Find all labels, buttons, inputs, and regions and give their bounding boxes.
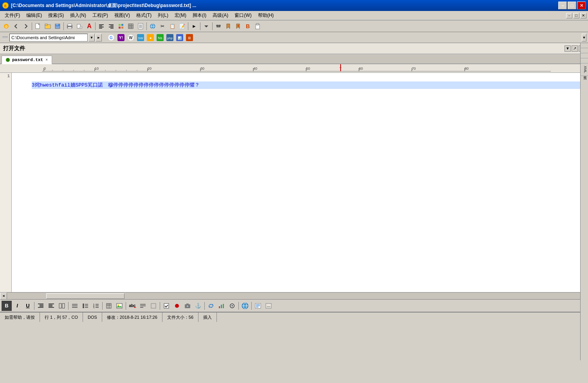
font-button[interactable]: A: [85, 22, 94, 31]
menu-item-format[interactable]: 格式(T): [133, 11, 155, 20]
paste-button[interactable]: 📝: [177, 22, 187, 31]
menu-minimize-btn[interactable]: －: [566, 13, 572, 18]
tool1-button[interactable]: SW: [136, 33, 145, 42]
copy-button[interactable]: 📋: [168, 22, 177, 31]
file-tab[interactable]: password.txt ×: [2, 56, 52, 64]
editor-content[interactable]: 3烢hwesthfail嬙SPPS笂口諾 穆停停停停停停停停停停停停停停停懼？: [12, 73, 581, 292]
print-button[interactable]: [65, 22, 74, 31]
minimize-button[interactable]: －: [558, 2, 567, 9]
menu-item-project[interactable]: 工程(P): [89, 11, 111, 20]
menu-item-macro[interactable]: 宏(M): [171, 11, 189, 20]
hscroll-track[interactable]: [7, 293, 581, 299]
list-button[interactable]: [70, 301, 80, 311]
print-preview-button[interactable]: [75, 22, 84, 31]
wikipedia-button[interactable]: W: [126, 33, 135, 42]
tool2-button[interactable]: ★: [146, 33, 155, 42]
sidebar-item-xml[interactable]: XML节点: [581, 63, 588, 76]
svg-marker-44: [227, 24, 230, 29]
yahoo-button[interactable]: Y!: [116, 33, 126, 42]
sidebar-item-search-results[interactable]: 搜索结果: [581, 43, 588, 48]
panel-pin-btn[interactable]: ↗: [572, 45, 578, 52]
bold-button[interactable]: B: [2, 301, 12, 311]
menu-item-advanced[interactable]: 高级(A): [209, 11, 231, 20]
align-left-button[interactable]: [97, 22, 106, 31]
find-button[interactable]: [214, 22, 223, 31]
toolbar-dropdown-button[interactable]: [202, 22, 211, 31]
numbered-list-button[interactable]: 1.2.3.: [91, 301, 101, 311]
anchor-button[interactable]: ⚓: [193, 301, 203, 311]
menu-item-view[interactable]: 视图(V): [111, 11, 133, 20]
clipboard-button[interactable]: [253, 22, 262, 31]
menu-restore-btn[interactable]: □: [573, 13, 579, 18]
grid-button[interactable]: [116, 22, 126, 31]
align-right-button[interactable]: [106, 22, 116, 31]
address-dropdown-button[interactable]: ▼: [88, 34, 95, 42]
table-button[interactable]: [126, 22, 135, 31]
web-button[interactable]: [148, 22, 157, 31]
italic-button[interactable]: I: [12, 301, 22, 311]
open-file-button[interactable]: [43, 22, 52, 31]
close-button[interactable]: ✕: [577, 2, 586, 9]
toolbar-separator-3: [95, 22, 96, 30]
tool4-button[interactable]: php: [165, 33, 175, 42]
tab-close-button[interactable]: ×: [45, 58, 48, 62]
underline-button[interactable]: U: [23, 301, 33, 311]
cut-button[interactable]: ✂: [158, 22, 167, 31]
sidebar-item-function-list[interactable]: 功能列表: [581, 48, 588, 53]
tool5-button[interactable]: 📊: [175, 33, 184, 42]
maximize-button[interactable]: □: [568, 2, 576, 9]
forward-button[interactable]: [21, 22, 31, 31]
empty-para-button[interactable]: [148, 301, 159, 311]
run-button[interactable]: ►: [189, 22, 199, 31]
radio-button[interactable]: [227, 301, 237, 311]
hscroll-left-button[interactable]: ◄: [0, 293, 7, 300]
table-insert-button[interactable]: [104, 301, 114, 311]
paragraph-button[interactable]: [138, 301, 148, 311]
google-button[interactable]: G: [106, 33, 116, 42]
menu-item-file[interactable]: 文件(F): [2, 11, 23, 20]
menu-item-search[interactable]: 搜索(S): [45, 11, 67, 20]
tool3-button[interactable]: Ns: [155, 33, 165, 42]
svg-rect-9: [56, 26, 60, 28]
menu-item-edit[interactable]: 编辑(E): [23, 11, 45, 20]
menu-item-column[interactable]: 列(L): [155, 11, 171, 20]
prev-bookmark-button[interactable]: [233, 22, 243, 31]
chart-button[interactable]: [216, 301, 227, 311]
svg-rect-136: [186, 304, 189, 305]
indent-button[interactable]: [36, 301, 46, 311]
highlight-button[interactable]: B: [243, 22, 253, 31]
tool6-button[interactable]: ⊞: [185, 33, 194, 42]
address-go-button[interactable]: ►: [96, 34, 102, 42]
spellcheck-button[interactable]: abc̲: [127, 301, 137, 311]
save-button[interactable]: [53, 22, 62, 31]
camera-button[interactable]: [182, 301, 193, 311]
columns-button[interactable]: [57, 301, 67, 311]
back-button[interactable]: [11, 22, 21, 31]
menu-item-window[interactable]: 窗口(W): [231, 11, 254, 20]
menu-item-script[interactable]: 脚本(I): [189, 11, 209, 20]
more-button[interactable]: …: [263, 301, 274, 311]
menu-close-btn[interactable]: ✕: [580, 13, 586, 18]
globe-button[interactable]: [240, 301, 250, 311]
link-button[interactable]: [206, 301, 216, 311]
panel-dropdown-btn[interactable]: ▼: [565, 45, 571, 52]
record-button[interactable]: [172, 301, 182, 311]
bullets-button[interactable]: [80, 301, 90, 311]
bookmark-button[interactable]: [224, 22, 233, 31]
menu-item-insert[interactable]: 插入(N): [67, 11, 89, 20]
toolbar2-dropdown-button[interactable]: ▼: [582, 34, 586, 42]
horizontal-scrollbar[interactable]: ◄ ►: [0, 292, 588, 299]
script-button[interactable]: [253, 301, 263, 311]
outdent-button[interactable]: [46, 301, 56, 311]
menu-item-help[interactable]: 帮助(H): [255, 11, 277, 20]
sidebar-item-clipboard[interactable]: 剪贴板: [581, 53, 588, 58]
svg-rect-6: [45, 24, 47, 25]
home-button[interactable]: ⚙: [2, 22, 11, 31]
sidebar-item-documents[interactable]: 文档: [581, 58, 588, 63]
document-button[interactable]: [136, 22, 145, 31]
address-input[interactable]: [9, 34, 88, 42]
checkbox-button[interactable]: [161, 301, 171, 311]
image-button[interactable]: [114, 301, 124, 311]
hscroll-thumb[interactable]: [46, 293, 124, 299]
new-file-button[interactable]: [33, 22, 43, 31]
